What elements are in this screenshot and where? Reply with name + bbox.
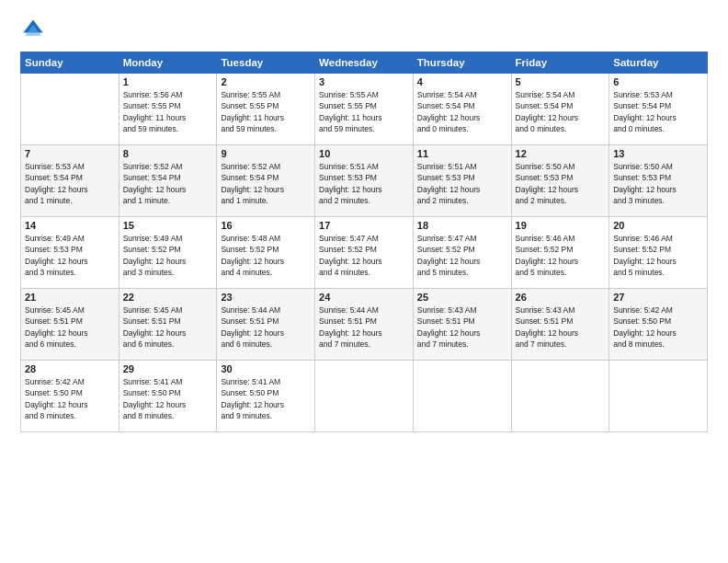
day-cell: 7Sunrise: 5:53 AMSunset: 5:54 PMDaylight… [21,145,119,217]
day-info: Sunrise: 5:56 AMSunset: 5:55 PMDaylight:… [123,89,213,134]
day-cell: 14Sunrise: 5:49 AMSunset: 5:53 PMDayligh… [21,217,119,289]
day-number: 1 [123,76,213,87]
day-cell [609,361,708,432]
day-number: 26 [516,292,606,303]
day-cell: 21Sunrise: 5:45 AMSunset: 5:51 PMDayligh… [21,289,119,361]
day-info: Sunrise: 5:47 AMSunset: 5:52 PMDaylight:… [319,233,409,278]
col-header-tuesday: Tuesday [217,52,315,74]
day-cell: 17Sunrise: 5:47 AMSunset: 5:52 PMDayligh… [315,217,414,289]
day-cell: 23Sunrise: 5:44 AMSunset: 5:51 PMDayligh… [217,289,315,361]
day-cell: 3Sunrise: 5:55 AMSunset: 5:55 PMDaylight… [315,74,414,145]
day-info: Sunrise: 5:45 AMSunset: 5:51 PMDaylight:… [123,304,213,350]
day-number: 28 [25,363,115,374]
col-header-saturday: Saturday [609,52,708,74]
day-number: 21 [25,292,115,303]
day-info: Sunrise: 5:44 AMSunset: 5:51 PMDaylight:… [221,304,311,350]
day-number: 20 [613,220,703,231]
day-number: 22 [123,292,213,303]
day-cell: 24Sunrise: 5:44 AMSunset: 5:51 PMDayligh… [315,289,414,361]
day-info: Sunrise: 5:51 AMSunset: 5:53 PMDaylight:… [417,161,507,206]
day-number: 12 [516,148,606,159]
day-cell: 2Sunrise: 5:55 AMSunset: 5:55 PMDaylight… [217,74,315,145]
week-row-1: 1Sunrise: 5:56 AMSunset: 5:55 PMDaylight… [21,74,708,145]
day-number: 13 [613,148,703,159]
day-info: Sunrise: 5:48 AMSunset: 5:52 PMDaylight:… [221,233,311,278]
week-row-3: 14Sunrise: 5:49 AMSunset: 5:53 PMDayligh… [21,217,708,289]
calendar-page: SundayMondayTuesdayWednesdayThursdayFrid… [0,0,728,563]
logo-icon [20,17,46,42]
col-header-wednesday: Wednesday [315,52,414,74]
day-cell: 1Sunrise: 5:56 AMSunset: 5:55 PMDaylight… [119,74,217,145]
day-cell: 11Sunrise: 5:51 AMSunset: 5:53 PMDayligh… [413,145,511,217]
day-number: 15 [123,220,213,231]
week-row-5: 28Sunrise: 5:42 AMSunset: 5:50 PMDayligh… [21,361,708,432]
day-number: 3 [319,76,409,87]
day-number: 16 [221,220,311,231]
day-cell: 8Sunrise: 5:52 AMSunset: 5:54 PMDaylight… [119,145,217,217]
day-number: 30 [221,363,311,374]
logo [20,17,50,42]
day-cell: 28Sunrise: 5:42 AMSunset: 5:50 PMDayligh… [21,361,119,432]
day-cell: 30Sunrise: 5:41 AMSunset: 5:50 PMDayligh… [217,361,315,432]
day-info: Sunrise: 5:52 AMSunset: 5:54 PMDaylight:… [123,161,213,206]
day-number: 4 [417,76,507,87]
header [20,17,708,42]
day-info: Sunrise: 5:41 AMSunset: 5:50 PMDaylight:… [221,376,311,421]
day-info: Sunrise: 5:49 AMSunset: 5:53 PMDaylight:… [25,233,115,278]
day-info: Sunrise: 5:50 AMSunset: 5:53 PMDaylight:… [613,161,703,206]
day-cell: 22Sunrise: 5:45 AMSunset: 5:51 PMDayligh… [119,289,217,361]
calendar-header-row: SundayMondayTuesdayWednesdayThursdayFrid… [21,52,708,74]
day-number: 7 [25,148,115,159]
day-number: 17 [319,220,409,231]
day-number: 2 [221,76,311,87]
day-info: Sunrise: 5:49 AMSunset: 5:52 PMDaylight:… [123,233,213,278]
day-number: 27 [613,292,703,303]
day-info: Sunrise: 5:55 AMSunset: 5:55 PMDaylight:… [319,89,409,134]
week-row-2: 7Sunrise: 5:53 AMSunset: 5:54 PMDaylight… [21,145,708,217]
col-header-sunday: Sunday [21,52,119,74]
day-info: Sunrise: 5:55 AMSunset: 5:55 PMDaylight:… [221,89,311,134]
day-cell: 26Sunrise: 5:43 AMSunset: 5:51 PMDayligh… [511,289,609,361]
day-info: Sunrise: 5:46 AMSunset: 5:52 PMDaylight:… [516,233,606,278]
day-cell: 16Sunrise: 5:48 AMSunset: 5:52 PMDayligh… [217,217,315,289]
day-cell: 18Sunrise: 5:47 AMSunset: 5:52 PMDayligh… [413,217,511,289]
day-cell: 13Sunrise: 5:50 AMSunset: 5:53 PMDayligh… [609,145,708,217]
day-number: 29 [123,363,213,374]
day-info: Sunrise: 5:47 AMSunset: 5:52 PMDaylight:… [417,233,507,278]
day-info: Sunrise: 5:54 AMSunset: 5:54 PMDaylight:… [516,89,606,134]
day-cell [413,361,511,432]
day-number: 19 [516,220,606,231]
day-number: 24 [319,292,409,303]
col-header-friday: Friday [511,52,609,74]
day-info: Sunrise: 5:43 AMSunset: 5:51 PMDaylight:… [516,304,606,350]
day-info: Sunrise: 5:41 AMSunset: 5:50 PMDaylight:… [123,376,213,421]
day-number: 18 [417,220,507,231]
day-cell: 10Sunrise: 5:51 AMSunset: 5:53 PMDayligh… [315,145,414,217]
day-info: Sunrise: 5:43 AMSunset: 5:51 PMDaylight:… [417,304,507,350]
col-header-thursday: Thursday [413,52,511,74]
day-number: 23 [221,292,311,303]
day-number: 6 [613,76,703,87]
day-cell [315,361,414,432]
day-info: Sunrise: 5:44 AMSunset: 5:51 PMDaylight:… [319,304,409,350]
day-info: Sunrise: 5:45 AMSunset: 5:51 PMDaylight:… [25,304,115,350]
day-cell [21,74,119,145]
day-info: Sunrise: 5:42 AMSunset: 5:50 PMDaylight:… [25,376,115,421]
day-cell: 29Sunrise: 5:41 AMSunset: 5:50 PMDayligh… [119,361,217,432]
day-cell: 6Sunrise: 5:53 AMSunset: 5:54 PMDaylight… [609,74,708,145]
day-number: 8 [123,148,213,159]
day-info: Sunrise: 5:42 AMSunset: 5:50 PMDaylight:… [613,304,703,350]
day-cell: 19Sunrise: 5:46 AMSunset: 5:52 PMDayligh… [511,217,609,289]
day-number: 9 [221,148,311,159]
week-row-4: 21Sunrise: 5:45 AMSunset: 5:51 PMDayligh… [21,289,708,361]
day-cell: 5Sunrise: 5:54 AMSunset: 5:54 PMDaylight… [511,74,609,145]
day-info: Sunrise: 5:52 AMSunset: 5:54 PMDaylight:… [221,161,311,206]
day-cell [511,361,609,432]
day-number: 25 [417,292,507,303]
day-number: 5 [516,76,606,87]
day-number: 11 [417,148,507,159]
day-number: 10 [319,148,409,159]
day-cell: 15Sunrise: 5:49 AMSunset: 5:52 PMDayligh… [119,217,217,289]
day-cell: 9Sunrise: 5:52 AMSunset: 5:54 PMDaylight… [217,145,315,217]
day-number: 14 [25,220,115,231]
